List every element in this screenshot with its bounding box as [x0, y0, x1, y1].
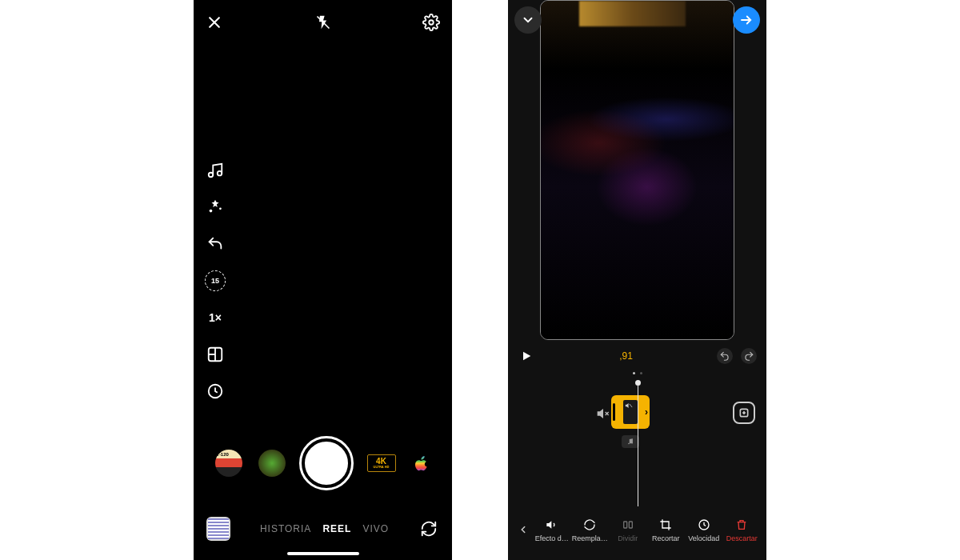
back-icon[interactable]	[514, 524, 532, 535]
preview-content	[541, 1, 734, 339]
replace-icon	[582, 518, 597, 532]
speed-icon	[697, 518, 711, 532]
svg-rect-12	[623, 522, 626, 528]
tab-historia[interactable]: HISTORIA	[260, 523, 311, 534]
layout-icon[interactable]	[205, 344, 226, 365]
filter-apple-icon[interactable]	[412, 454, 431, 473]
editor-screen: ,91 ›	[508, 0, 766, 560]
svg-rect-13	[629, 522, 632, 528]
tool-velocidad[interactable]: Velocidad	[686, 518, 722, 542]
undo-redo-group	[717, 348, 757, 364]
clip-thumbnail	[623, 400, 638, 424]
svg-point-10	[631, 442, 633, 444]
tool-efecto[interactable]: Efecto d…	[534, 518, 570, 542]
tool-dividir: Dividir	[610, 518, 646, 542]
filter-preset-2[interactable]	[258, 450, 286, 477]
sound-effect-icon	[545, 518, 559, 532]
video-clip[interactable]: ›	[611, 395, 650, 429]
tool-label: Dividir	[618, 534, 638, 542]
svg-point-2	[209, 173, 214, 178]
fourk-label-bottom: ULTRA HD	[374, 466, 390, 469]
editor-top-bar	[514, 6, 760, 34]
timeline[interactable]: ›	[508, 382, 766, 510]
filter-4k[interactable]: 4K ULTRA HD	[367, 454, 396, 472]
timer-button[interactable]: 15	[205, 270, 226, 291]
timer-value: 15	[211, 277, 219, 285]
speed-button[interactable]: 1×	[205, 307, 226, 328]
tool-label: Efecto d…	[535, 534, 569, 542]
clock-icon[interactable]	[205, 381, 226, 402]
flash-off-icon[interactable]	[314, 13, 333, 32]
switch-camera-icon[interactable]	[418, 518, 439, 539]
mode-tabs: HISTORIA REEL VIVO	[260, 523, 389, 534]
volume-mute-icon[interactable]	[596, 406, 610, 421]
camera-bottom-bar: HISTORIA REEL VIVO	[194, 517, 452, 541]
tool-label: Recortar	[652, 534, 680, 542]
svg-point-4	[219, 207, 222, 210]
trash-icon	[734, 518, 749, 532]
reply-icon[interactable]	[205, 234, 226, 254]
settings-icon[interactable]	[422, 13, 441, 32]
svg-line-8	[629, 404, 631, 407]
clip-handle-left[interactable]	[613, 403, 615, 421]
gallery-button[interactable]	[206, 517, 230, 541]
crop-icon	[658, 518, 673, 532]
camera-top-bar	[194, 8, 452, 37]
next-button[interactable]	[733, 6, 760, 34]
redo-icon[interactable]	[741, 348, 757, 364]
undo-icon[interactable]	[717, 348, 733, 364]
effects-icon[interactable]	[205, 197, 226, 218]
tab-vivo[interactable]: VIVO	[362, 523, 389, 534]
tab-reel[interactable]: REEL	[322, 523, 351, 534]
home-indicator	[287, 552, 359, 555]
filter-vhs[interactable]	[215, 450, 242, 477]
tool-label: Reempla…	[572, 534, 608, 542]
tool-label: Descartar	[726, 534, 758, 542]
tool-descartar[interactable]: Descartar	[724, 518, 761, 542]
tool-reemplazar[interactable]: Reempla…	[572, 518, 609, 542]
editor-toolbar: Efecto d… Reempla… Dividir Recortar Velo…	[508, 512, 766, 547]
audio-track[interactable]	[622, 435, 639, 448]
page-dots	[633, 372, 642, 374]
chevron-right-icon: ›	[645, 406, 648, 418]
svg-point-1	[429, 20, 434, 25]
svg-point-3	[218, 171, 222, 176]
video-preview[interactable]	[540, 0, 734, 340]
play-icon[interactable]	[518, 347, 535, 365]
camera-screen: 15 1× 4K ULTRA HD HISTORIA REEL VIVO	[194, 0, 452, 560]
playhead[interactable]	[638, 382, 638, 506]
chevron-down-icon[interactable]	[514, 6, 542, 34]
svg-point-9	[628, 443, 630, 445]
timer-icon: 15	[205, 270, 226, 291]
speed-label: 1×	[209, 311, 222, 324]
shutter-button[interactable]	[302, 438, 351, 488]
play-row: ,91	[508, 346, 766, 366]
tool-label: Velocidad	[688, 534, 719, 542]
add-clip-button[interactable]	[733, 402, 755, 424]
split-icon	[621, 518, 635, 532]
camera-side-tools: 15 1×	[205, 160, 226, 402]
svg-point-5	[210, 210, 213, 213]
close-icon[interactable]	[205, 13, 224, 32]
timeline-time: ,91	[619, 350, 633, 362]
tool-recortar[interactable]: Recortar	[648, 518, 685, 542]
music-icon[interactable]	[205, 160, 226, 181]
filter-carousel: 4K ULTRA HD	[194, 438, 452, 488]
